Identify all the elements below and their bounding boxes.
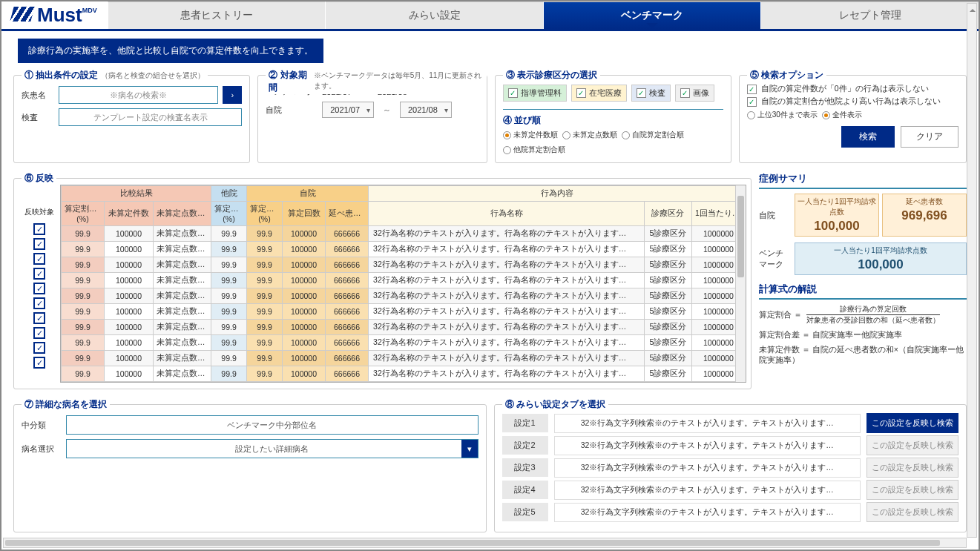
option-checkbox[interactable]: ✓自院の算定割合が他院より高い行為は表示しない (747, 96, 958, 107)
display-radio[interactable]: 全件表示 (822, 110, 862, 120)
calc-line-2: 算定割合差 ＝ 自院実施率ー他院実施率 (759, 330, 967, 340)
reflect-checkbox[interactable]: ✓ (33, 253, 45, 265)
table-row[interactable]: 99.9100000未算定点数合計99.999.910000066666632行… (62, 351, 746, 366)
radio-icon (747, 111, 755, 119)
disease-search-go-button[interactable]: › (223, 86, 242, 104)
reflect-checkbox[interactable]: ✓ (33, 297, 45, 309)
chevron-down-icon[interactable]: ▾ (461, 440, 478, 458)
reflect-checkbox[interactable]: ✓ (33, 312, 45, 324)
panel-mirai-tab: ⑧ みらい設定タブを選択 設定132※行為文字列検索※のテキストが入ります。テキ… (494, 404, 967, 532)
table-row[interactable]: 99.9100000未算定点数合計99.999.910000066666632行… (62, 257, 746, 273)
panel-category: ③ 表示診療区分の選択 ✓指導管理料✓在宅医療✓検査✓画像 ④ 並び順 未算定件… (495, 75, 731, 163)
radio-icon (822, 111, 830, 119)
disease-select-label: 病名選択 (22, 443, 62, 455)
check-icon: ✓ (747, 85, 757, 94)
reflect-checkbox[interactable]: ✓ (33, 283, 45, 294)
tab-1[interactable]: みらい設定 (325, 1, 543, 29)
table-row[interactable]: 99.9100000未算定点数合計99.999.910000066666632行… (62, 366, 746, 382)
panel-title: ⑤ 検索オプション (750, 69, 823, 82)
check-icon: ✓ (508, 88, 518, 98)
calc-title: 計算式の解説 (759, 283, 967, 300)
radio-icon (503, 131, 511, 139)
apply-setting-button: この設定を反映し検索 (866, 502, 958, 522)
own-to-select[interactable]: 2021/08 (400, 102, 452, 118)
logo: Must MDV (1, 4, 108, 27)
setting-text: 32※行為文字列検索※のテキストが入ります。テキストが入ります… (554, 458, 861, 478)
table-row[interactable]: 99.9100000未算定点数合計99.999.910000066666632行… (62, 320, 746, 335)
reflect-checkbox[interactable]: ✓ (33, 238, 45, 250)
mid-class-select[interactable]: ベンチマーク中分部位名 (66, 415, 479, 435)
display-radio[interactable]: 上位30件まで表示 (747, 110, 818, 120)
setting-row: 設定132※行為文字列検索※のテキストが入ります。テキストが入ります…この設定を… (502, 413, 959, 433)
th-group-other: 他院 (211, 186, 247, 202)
logo-stripes-icon (10, 7, 34, 22)
setting-rows: 設定132※行為文字列検索※のテキストが入ります。テキストが入ります…この設定を… (502, 413, 959, 522)
panel-period: ② 対象期間※ベンチマークデータは毎年5月、11月に更新されます。 ベンチマーク… (257, 75, 487, 163)
window-h-scrollbar[interactable] (3, 538, 967, 548)
tab-3[interactable]: レセプト管理 (760, 1, 979, 29)
summary-title: 症例サマリ (759, 172, 967, 189)
table-row[interactable]: 99.9100000未算定点数合計99.999.910000066666632行… (62, 226, 746, 242)
own-label: 自院 (266, 105, 318, 116)
column-header: 診療区分 (644, 202, 691, 226)
table-row[interactable]: 99.9100000未算定点数合計99.999.910000066666632行… (62, 273, 746, 288)
radio-icon (562, 131, 570, 139)
column-header: 算定割合(%) (211, 202, 247, 226)
category-chip[interactable]: ✓検査 (631, 85, 671, 102)
setting-row: 設定332※行為文字列検索※のテキストが入ります。テキストが入ります…この設定を… (502, 458, 959, 478)
reflect-checkbox[interactable]: ✓ (33, 342, 45, 354)
category-chips: ✓指導管理料✓在宅医療✓検査✓画像 (503, 85, 723, 102)
display-radios: 上位30件まで表示全件表示 (747, 110, 958, 120)
tab-2[interactable]: ベンチマーク (543, 1, 761, 29)
setting-text: 32※行為文字列検索※のテキストが入ります。テキストが入ります… (554, 414, 861, 433)
panel-title: ② 対象期間 (269, 69, 310, 94)
category-chip[interactable]: ✓画像 (675, 85, 714, 102)
table-row[interactable]: 99.9100000未算定点数合計99.999.910000066666632行… (62, 288, 746, 304)
category-chip[interactable]: ✓指導管理料 (503, 85, 567, 102)
disease-search-input[interactable]: ※病名の検索※ (59, 86, 218, 104)
setting-label: 設定4 (502, 481, 548, 499)
category-chip[interactable]: ✓在宅医療 (571, 85, 627, 102)
apply-setting-button[interactable]: この設定を反映し検索 (866, 413, 958, 433)
th-group-act: 行為内容 (369, 186, 746, 202)
option-checkbox[interactable]: ✓自院の算定件数が「0件」の行為は表示しない (747, 84, 958, 94)
tab-0[interactable]: 患者ヒストリー (108, 1, 326, 29)
table-row[interactable]: 99.9100000未算定点数合計99.999.910000066666632行… (62, 304, 746, 320)
reflect-checkbox[interactable]: ✓ (33, 268, 45, 280)
reflect-label: 反映対象 (19, 207, 60, 217)
disease-label: 疾患名 (22, 90, 54, 101)
column-header: 未算定件数 (105, 202, 154, 226)
own-from-select[interactable]: 2021/07 (322, 102, 374, 118)
sort-title: ④ 並び順 (503, 114, 723, 127)
search-button[interactable]: 検索 (841, 126, 895, 148)
apply-setting-button: この設定を反映し検索 (866, 480, 958, 500)
sort-radio[interactable]: 未算定点数順 (562, 130, 617, 140)
panel-title: ⑧ みらい設定タブを選択 (505, 398, 605, 411)
check-icon: ✓ (747, 97, 757, 107)
sort-radio[interactable]: 未算定件数順 (503, 130, 558, 140)
header: Must MDV 患者ヒストリーみらい設定ベンチマークレセプト管理 (1, 1, 979, 31)
reflect-checkbox[interactable]: ✓ (33, 327, 45, 339)
exam-input[interactable]: テンプレート設定の検査名表示 (59, 108, 242, 126)
table-row[interactable]: 99.9100000未算定点数合計99.999.910000066666632行… (62, 335, 746, 351)
panel-title: ③ 表示診療区分の選択 (506, 69, 597, 82)
sort-radio[interactable]: 自院算定割合順 (622, 130, 684, 140)
logo-mdv: MDV (82, 7, 97, 14)
check-icon: ✓ (637, 88, 646, 98)
disease-select[interactable]: 設定したい詳細病名▾ (66, 439, 479, 458)
reflect-checkbox[interactable]: ✓ (33, 223, 45, 235)
panel-title: ① 抽出条件の設定 (24, 69, 98, 82)
mid-class-label: 中分類 (22, 420, 62, 431)
panel-reflect: ⑥ 反映 反映対象 ✓✓✓✓✓✓✓✓✓✓ 比較結果 他院 自院 行為内容 (13, 178, 752, 389)
summary-own-label: 自院 (759, 210, 789, 221)
sort-radio[interactable]: 他院算定割合順 (503, 145, 565, 155)
table-scrollbar[interactable] (735, 185, 746, 382)
column-header: 算定割合(%) (247, 202, 283, 226)
window-v-scrollbar[interactable] (967, 3, 977, 538)
column-header: 行為名称 (369, 202, 645, 226)
clear-button[interactable]: クリア (901, 126, 958, 148)
reflect-checkbox[interactable]: ✓ (33, 357, 45, 369)
summary-card-own-points: 一人当たり1回平均請求点数100,000 (795, 194, 879, 237)
setting-row: 設定532※行為文字列検索※のテキストが入ります。テキストが入ります…この設定を… (502, 502, 959, 522)
table-row[interactable]: 99.9100000未算定点数合計99.999.910000066666632行… (62, 242, 746, 257)
